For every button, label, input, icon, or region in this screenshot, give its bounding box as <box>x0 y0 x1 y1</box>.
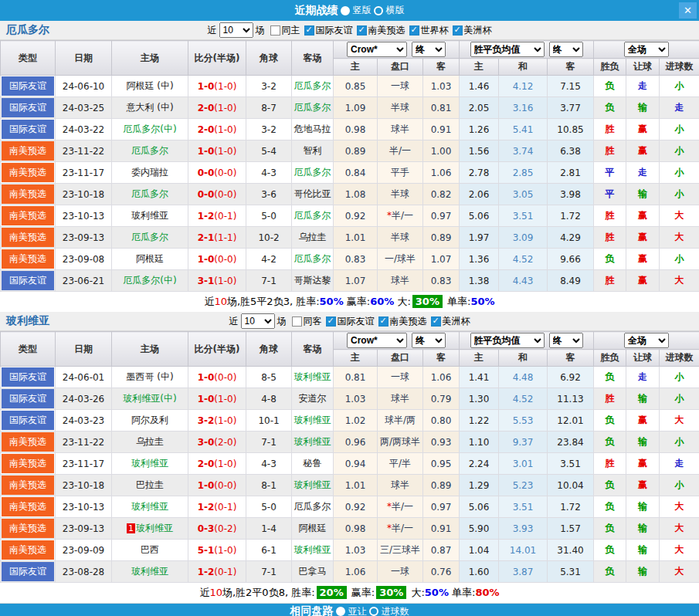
cell-away-odds: 0.82 <box>423 184 460 205</box>
cell-corners: 5-4 <box>246 140 292 162</box>
vertical-radio[interactable] <box>341 6 350 15</box>
cell-away-team: 厄瓜多尔 <box>292 249 334 270</box>
final-odds-select[interactable]: 终 <box>412 42 446 57</box>
cell-handicap-result: 输 <box>626 540 660 561</box>
cell-away-odds: 0.89 <box>423 475 460 496</box>
cell-avg-draw: 3.87 <box>499 561 548 583</box>
close-icon[interactable]: ✕ <box>679 2 697 19</box>
competition-badge: 南美预选 <box>2 497 54 516</box>
competition-checkbox[interactable] <box>409 25 419 36</box>
cell-corners: 8-5 <box>246 367 292 388</box>
col-header-score: 比分(半场) <box>188 332 246 367</box>
cell-score: 3-2(1-0) <box>188 410 246 432</box>
cell-competition: 国际友谊 <box>1 561 56 583</box>
cell-handicap: 半球 <box>378 184 423 205</box>
summary-segment: 20% <box>317 586 347 599</box>
cell-away-team: 巴拿马 <box>292 561 334 583</box>
cell-corners: 4-3 <box>246 162 292 184</box>
cell-home-odds: 0.84 <box>334 162 378 184</box>
team-section-1: 厄瓜多尔近10场同主国际友谊南美预选世界杯美洲杯类型日期主场比分(半场)角球客场… <box>0 21 699 312</box>
avg-odds-select[interactable]: 胜平负均值 <box>470 42 545 57</box>
competition-checkbox[interactable] <box>326 316 336 327</box>
same-venue-checkbox[interactable] <box>292 316 302 327</box>
sub-header-handicap: 盘口 <box>378 59 423 76</box>
final-avg-select[interactable]: 终 <box>549 333 583 348</box>
summary-segment: 赢率: <box>348 587 375 598</box>
cell-competition: 国际友谊 <box>1 367 56 388</box>
home-team-name: 墨西哥 (中) <box>126 371 173 382</box>
cell-home-team: 厄瓜多尔 <box>112 184 188 205</box>
cell-avg-away: 10.04 <box>548 475 594 496</box>
summary-segment: 大: <box>394 296 411 307</box>
asian-handicap-radio[interactable] <box>336 607 345 616</box>
competition-checkbox[interactable] <box>378 316 389 327</box>
cell-date: 23-11-17 <box>56 162 112 184</box>
competition-checkbox[interactable] <box>304 25 314 36</box>
cell-corners: 7-1 <box>246 432 292 453</box>
avg-odds-select[interactable]: 胜平负均值 <box>470 333 545 348</box>
cell-avg-home: 2.06 <box>460 184 499 205</box>
scope-select[interactable]: 全场 <box>624 333 669 348</box>
bookmaker-select[interactable]: Crow* <box>347 333 407 348</box>
cell-home-team: 厄瓜多尔(中) <box>112 270 188 292</box>
match-count-select[interactable]: 10 <box>219 22 253 38</box>
final-avg-select[interactable]: 终 <box>549 42 583 57</box>
competition-badge: 南美预选 <box>2 432 54 452</box>
same-venue-checkbox[interactable] <box>270 25 280 36</box>
cell-away-odds: 0.97 <box>423 496 460 518</box>
cell-goals-result: 小 <box>660 76 699 97</box>
cell-avg-home: 1.30 <box>460 388 499 410</box>
match-row: 国际友谊24-03-26玻利维亚(中)1-0(1-0)4-8安道尔1.03球半0… <box>1 388 699 410</box>
match-row: 南美预选23-10-13玻利维亚1-2(0-1)5-0厄瓜多尔0.92*半/一0… <box>1 496 699 518</box>
cell-away-team: 阿根廷 <box>292 518 334 540</box>
col-header-type: 类型 <box>1 41 56 76</box>
cell-avg-draw: 4.52 <box>499 249 548 270</box>
cell-away-odds: 1.06 <box>423 367 460 388</box>
cell-competition: 南美预选 <box>1 432 56 453</box>
bookmaker-select[interactable]: Crow* <box>347 42 407 57</box>
cell-score: 1-0(1-0) <box>188 76 246 97</box>
away-team-name: 玻利维亚 <box>294 415 331 425</box>
cell-result: 胜 <box>594 140 626 162</box>
horizontal-label[interactable]: 横版 <box>386 4 405 17</box>
competition-checkbox[interactable] <box>453 25 463 36</box>
summary-segment: 近 <box>204 296 214 307</box>
summary-segment: 50% <box>425 587 449 598</box>
match-count-select[interactable]: 10 <box>241 313 275 329</box>
summary-segment: 50% <box>320 296 344 307</box>
goals-radio[interactable] <box>369 607 378 616</box>
home-team-name: 厄瓜多尔(中) <box>123 275 176 286</box>
section-header: 玻利维亚近10场同客国际友谊南美预选美洲杯 <box>0 312 699 331</box>
horizontal-radio[interactable] <box>374 6 383 15</box>
cell-score: 0-0(0-0) <box>188 162 246 184</box>
home-team-name: 乌拉圭 <box>136 436 164 447</box>
goals-label[interactable]: 进球数 <box>382 605 409 616</box>
competition-checkbox[interactable] <box>431 316 441 327</box>
home-team-name: 玻利维亚 <box>131 501 168 512</box>
final-odds-select[interactable]: 终 <box>412 333 446 348</box>
scope-select[interactable]: 全场 <box>624 42 669 57</box>
cell-corners: 8-7 <box>246 97 292 119</box>
asian-handicap-label[interactable]: 亚让 <box>348 605 367 616</box>
page-title: 近期战绩 <box>295 4 338 18</box>
cell-goals-result: 大 <box>660 205 699 227</box>
cell-home-team: 巴拉圭 <box>112 475 188 496</box>
match-row: 国际友谊24-03-23阿尔及利3-2(1-0)10-1玻利维亚1.02球半/两… <box>1 410 699 432</box>
competition-checkbox[interactable] <box>357 25 367 36</box>
away-team-name: 秘鲁 <box>304 458 322 469</box>
cell-home-odds: 1.07 <box>334 270 378 292</box>
cell-date: 23-11-22 <box>56 432 112 453</box>
cell-avg-home: 1.56 <box>460 140 499 162</box>
cell-date: 23-09-09 <box>56 540 112 561</box>
cell-result: 胜 <box>594 205 626 227</box>
competition-badge: 国际友谊 <box>2 562 54 581</box>
cell-corners: 4-3 <box>246 453 292 475</box>
cell-corners: 4-2 <box>246 249 292 270</box>
avg-odds-group-header: 胜平负均值终 <box>460 41 594 59</box>
vertical-label[interactable]: 竖版 <box>353 4 372 17</box>
cell-away-odds: 0.95 <box>423 453 460 475</box>
cell-home-odds: 0.98 <box>334 119 378 140</box>
competition-label: 南美预选 <box>368 24 405 37</box>
cell-away-odds: 0.79 <box>423 388 460 410</box>
away-team-name: 危地马拉 <box>294 124 331 134</box>
